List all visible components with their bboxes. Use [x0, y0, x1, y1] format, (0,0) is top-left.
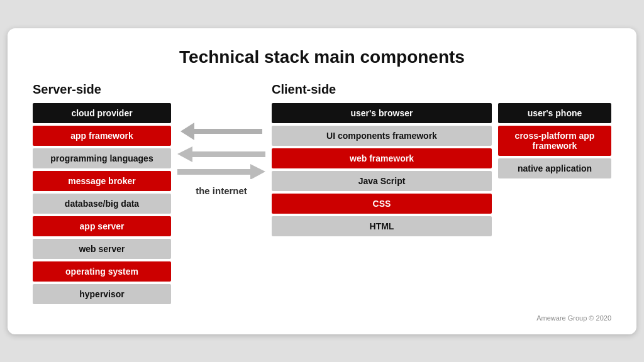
browser-column: user's browserUI components frameworkweb… [272, 103, 492, 236]
server-heading: Server-side [33, 82, 171, 97]
server-stack-item: message broker [33, 171, 171, 191]
phone-stack-item: native application [498, 158, 611, 178]
browser-heading-item: user's browser [272, 103, 492, 123]
server-stack-item: programming languages [33, 148, 171, 168]
server-stack-item: operating system [33, 261, 171, 282]
browser-stack-item: Java Script [272, 171, 492, 191]
browser-stack-item: UI components framework [272, 126, 492, 146]
slide: Technical stack main components Server-s… [8, 28, 636, 334]
phone-column: user's phonecross-platform app framework… [498, 103, 611, 236]
phone-stack: user's phonecross-platform app framework… [498, 103, 611, 178]
server-stack-item: web server [33, 239, 171, 259]
server-side-section: Server-side cloud providerapp frameworkp… [33, 82, 171, 304]
server-stack-item: app server [33, 216, 171, 236]
svg-marker-2 [177, 146, 265, 162]
copyright-text: Ameware Group © 2020 [33, 314, 611, 322]
svg-marker-3 [177, 164, 265, 179]
browser-stack: user's browserUI components frameworkweb… [272, 103, 492, 236]
arrow-container: the internet [177, 120, 265, 196]
phone-heading-item: user's phone [498, 103, 611, 123]
client-side-section: Client-side user's browserUI components … [272, 82, 611, 236]
browser-stack-item: CSS [272, 194, 492, 214]
browser-stack-item: HTML [272, 216, 492, 236]
internet-label: the internet [196, 185, 247, 196]
internet-arrow-area: the internet [171, 82, 272, 196]
browser-stack-item: web framework [272, 148, 492, 168]
server-stack-item: database/big data [33, 194, 171, 214]
server-stack-item: cloud provider [33, 103, 171, 123]
server-stack: cloud providerapp frameworkprogramming l… [33, 103, 171, 304]
main-title: Technical stack main components [33, 47, 611, 67]
server-stack-item: app framework [33, 126, 171, 146]
bidirectional-arrow-icon [177, 146, 265, 179]
double-arrow-icon [180, 120, 262, 143]
phone-stack-item: cross-platform app framework [498, 126, 611, 156]
client-heading: Client-side [272, 82, 611, 97]
server-stack-item: hypervisor [33, 284, 171, 304]
